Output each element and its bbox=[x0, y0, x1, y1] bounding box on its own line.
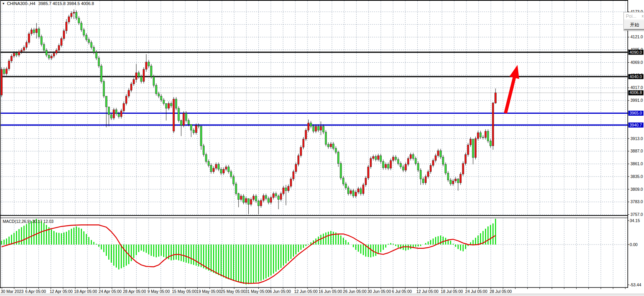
candle bbox=[46, 50, 47, 55]
macd-tick-label: 0.00 bbox=[630, 242, 638, 247]
candle bbox=[63, 31, 65, 39]
candle bbox=[133, 80, 135, 84]
candle bbox=[28, 34, 30, 43]
trend-arrow[interactable] bbox=[506, 65, 519, 113]
candle bbox=[235, 184, 237, 193]
candle bbox=[375, 157, 376, 160]
candle bbox=[390, 161, 391, 168]
candle bbox=[305, 130, 307, 139]
candle bbox=[210, 165, 212, 171]
candle bbox=[178, 108, 179, 121]
candle bbox=[450, 180, 451, 184]
candle bbox=[338, 152, 339, 163]
candle bbox=[166, 103, 167, 108]
time-tick-label: 6 Jun 05:00 bbox=[270, 289, 291, 294]
candle bbox=[462, 163, 464, 174]
candle bbox=[205, 155, 207, 162]
candle bbox=[230, 172, 232, 177]
candle bbox=[355, 192, 357, 196]
candle bbox=[430, 165, 431, 171]
chevron-down-icon[interactable]: ▼ bbox=[2, 2, 5, 5]
candle bbox=[367, 167, 369, 178]
candle bbox=[457, 179, 459, 183]
price-tick-label: 3887.0 bbox=[630, 149, 643, 153]
chart-canvas: 4173.04147.04121.04095.04069.04043.04017… bbox=[0, 0, 644, 296]
candle bbox=[185, 113, 187, 121]
time-tick-label: 26 Jun 05:00 bbox=[343, 289, 367, 294]
candle bbox=[111, 115, 112, 118]
candle bbox=[188, 120, 190, 124]
chart-title: ▼CHINA300-,H43985.7 4015.8 3984.5 4006.8 bbox=[2, 1, 94, 6]
macd-histogram-layer bbox=[2, 219, 495, 284]
candle bbox=[278, 196, 279, 200]
candle bbox=[362, 185, 364, 194]
candle bbox=[260, 200, 262, 206]
panel-borders bbox=[0, 0, 628, 288]
time-tick-label: 16 Jun 05:00 bbox=[319, 289, 342, 294]
time-tick-label: 9 May 05:00 bbox=[147, 289, 170, 294]
candle bbox=[487, 131, 489, 141]
time-tick-label: 18 Apr 05:00 bbox=[74, 289, 97, 294]
candle bbox=[51, 56, 52, 58]
candle bbox=[143, 69, 144, 82]
time-tick-label: 28 Apr 05:00 bbox=[123, 289, 146, 294]
candle bbox=[218, 164, 219, 169]
candle bbox=[75, 12, 77, 18]
candle bbox=[20, 50, 22, 52]
candle bbox=[290, 179, 292, 186]
arrow-head-icon bbox=[509, 65, 519, 79]
candle bbox=[66, 22, 67, 31]
time-tick-label: 28 Jul 05:00 bbox=[490, 289, 512, 294]
macd-main-value: 30.17 bbox=[32, 219, 42, 224]
candle bbox=[238, 193, 239, 199]
candle bbox=[352, 191, 354, 196]
candle bbox=[161, 96, 162, 100]
candle bbox=[170, 103, 172, 106]
candle bbox=[225, 167, 227, 169]
candle bbox=[315, 127, 317, 132]
symbol-timeframe-label: CHINA300-,H4 bbox=[7, 1, 35, 6]
popup-title: Poi... bbox=[626, 14, 636, 19]
candles-layer bbox=[1, 9, 497, 214]
candle bbox=[1, 69, 2, 95]
candle bbox=[193, 130, 194, 133]
candle bbox=[33, 30, 35, 33]
candle bbox=[148, 62, 149, 66]
candle bbox=[442, 157, 444, 164]
candle bbox=[392, 157, 394, 161]
candle bbox=[325, 132, 326, 145]
time-tick-label: 30 Jun 05:00 bbox=[367, 289, 391, 294]
candle bbox=[8, 61, 10, 69]
macd-indicator-label: MACD(12,26,9) 30.17 12.03 bbox=[3, 219, 53, 224]
candle bbox=[116, 110, 117, 114]
candle bbox=[273, 193, 274, 197]
candle bbox=[320, 127, 321, 130]
price-tick-label: 4017.0 bbox=[630, 85, 643, 90]
candle bbox=[383, 161, 384, 168]
candle bbox=[250, 200, 252, 205]
candle bbox=[53, 53, 55, 56]
price-tick-label: 4121.0 bbox=[630, 34, 643, 39]
candle bbox=[328, 144, 329, 147]
candle bbox=[175, 99, 177, 108]
candle bbox=[56, 50, 57, 53]
candle bbox=[183, 113, 184, 126]
close-icon[interactable]: x bbox=[641, 14, 644, 18]
candle bbox=[73, 12, 75, 14]
script-popup-window: Poi... x 开始 bbox=[624, 12, 644, 31]
candle bbox=[447, 173, 449, 180]
candle bbox=[195, 125, 197, 133]
candle bbox=[482, 137, 484, 137]
candle bbox=[103, 82, 104, 96]
candle bbox=[335, 148, 337, 152]
start-button[interactable]: 开始 bbox=[624, 20, 644, 30]
candle bbox=[485, 131, 486, 137]
macd-name: MACD(12,26,9) bbox=[3, 219, 31, 224]
candle bbox=[220, 169, 222, 173]
candle bbox=[125, 96, 127, 103]
popup-titlebar[interactable]: Poi... x bbox=[624, 12, 644, 20]
time-tick-label: 24 Apr 05:00 bbox=[99, 289, 122, 294]
candle bbox=[198, 125, 199, 127]
candle bbox=[370, 159, 371, 167]
candle bbox=[200, 127, 202, 146]
